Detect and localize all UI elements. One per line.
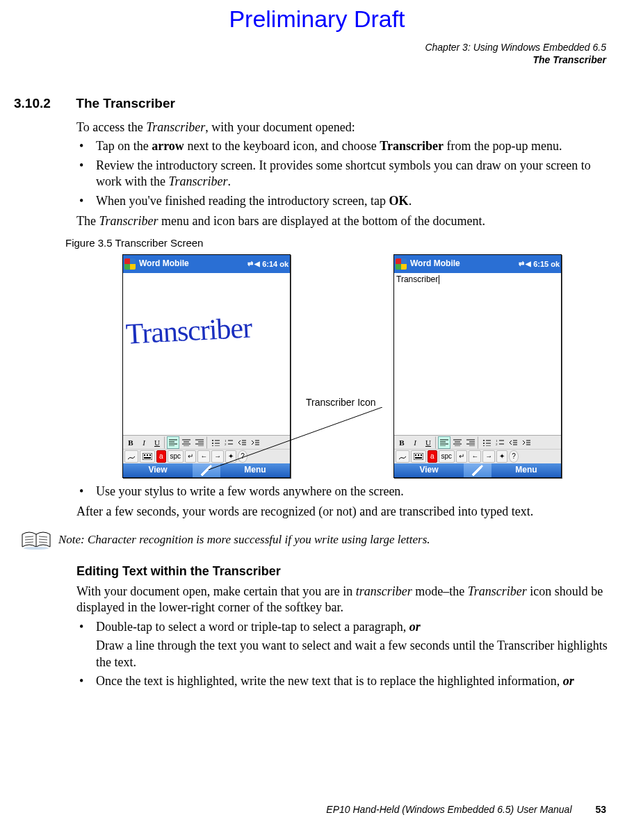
letter-shapes-button[interactable]: a	[156, 450, 166, 463]
arrow-right-button[interactable]: →	[211, 450, 224, 463]
softkey-bar: View Menu	[123, 463, 290, 477]
svg-point-67	[24, 547, 49, 550]
arrow-left-button[interactable]: ←	[469, 450, 481, 463]
header-section-title: The Transcriber	[425, 54, 606, 67]
underline-button[interactable]: U	[422, 436, 434, 449]
svg-point-45	[483, 440, 485, 441]
outdent-button[interactable]	[507, 436, 519, 449]
arrow-left-button[interactable]: ←	[197, 450, 210, 463]
italic-button[interactable]: I	[409, 436, 421, 449]
bold-button[interactable]: B	[124, 436, 137, 449]
after-fig-paragraph: After a few seconds, your words are reco…	[76, 504, 615, 520]
svg-rect-61	[414, 453, 423, 460]
enter-button[interactable]: ↵	[185, 450, 196, 463]
svg-rect-28	[143, 453, 152, 460]
callout-label: Transcriber Icon	[306, 396, 376, 409]
svg-text:2: 2	[496, 443, 498, 446]
correction-button[interactable]: ✦	[496, 450, 507, 463]
numbered-list-button[interactable]: 12	[222, 436, 235, 449]
handwriting-mode-button[interactable]	[124, 450, 138, 463]
softkey-bar: View Menu	[394, 463, 561, 477]
figure-area: Word Mobile ⇄ ◀ 6:14 ok Transcriber B I …	[76, 254, 615, 481]
transcriber-toolbar: a spc ↵ ← → ✦ ?	[123, 449, 290, 463]
text-bold: OK	[389, 194, 409, 208]
document-canvas[interactable]: Transcriber	[123, 273, 290, 436]
bold-button[interactable]: B	[396, 436, 408, 449]
svg-rect-30	[147, 454, 148, 456]
align-right-button[interactable]	[464, 436, 477, 449]
svg-rect-63	[418, 454, 419, 456]
outdent-button[interactable]	[236, 436, 248, 449]
text: next to the keyboard icon, and choose	[184, 139, 380, 153]
section-number: 3.10.2	[14, 96, 72, 111]
align-center-button[interactable]	[451, 436, 464, 449]
text: menu and icon bars are displayed at the …	[158, 214, 485, 228]
text: The	[76, 214, 99, 228]
letter-shapes-button[interactable]: a	[428, 450, 437, 463]
format-toolbar: B I U	[123, 435, 290, 450]
enter-button[interactable]: ↵	[456, 450, 467, 463]
transcriber-icon[interactable]	[464, 463, 491, 477]
bullet-item: When you've finished reading the introdu…	[76, 193, 615, 209]
titlebar-title: Word Mobile	[139, 258, 245, 270]
correction-button[interactable]: ✦	[225, 450, 236, 463]
separator	[478, 436, 480, 449]
menu-softkey[interactable]: Menu	[220, 465, 290, 476]
text-italic: Transcriber	[99, 214, 158, 228]
text: .	[409, 194, 412, 208]
text-italic: Transcriber	[168, 174, 227, 188]
svg-point-49	[483, 445, 485, 446]
space-button[interactable]: spc	[439, 450, 455, 463]
separator	[164, 436, 166, 449]
keyboard-button[interactable]	[140, 450, 155, 463]
help-button[interactable]: ?	[238, 450, 247, 463]
page-footer: EP10 Hand-Held (Windows Embedded 6.5) Us…	[326, 804, 606, 815]
help-button[interactable]: ?	[509, 450, 519, 463]
text: When you've finished reading the introdu…	[96, 194, 389, 208]
section-heading: 3.10.2 The Transcriber	[14, 96, 175, 111]
align-left-button[interactable]	[167, 436, 179, 449]
arrow-right-button[interactable]: →	[482, 450, 495, 463]
view-softkey[interactable]: View	[394, 465, 464, 476]
body-content: To access the Transcriber, with your doc…	[76, 117, 615, 693]
format-toolbar: B I U	[394, 435, 561, 450]
indent-button[interactable]	[520, 436, 533, 449]
align-right-button[interactable]	[193, 436, 206, 449]
align-left-button[interactable]	[438, 436, 450, 449]
italic-button[interactable]: I	[138, 436, 150, 449]
text: , with your document opened:	[205, 120, 355, 134]
text-italic: Transcriber	[468, 584, 527, 598]
svg-rect-62	[415, 454, 416, 456]
book-icon	[21, 530, 51, 551]
indent-button[interactable]	[249, 436, 261, 449]
text: Double-tap to select a word or triple-ta…	[96, 620, 409, 634]
svg-point-12	[212, 440, 213, 441]
transcriber-icon[interactable]	[193, 463, 220, 477]
bullet-sub-paragraph: Draw a line through the text you want to…	[96, 638, 615, 670]
separator	[435, 436, 437, 449]
handwriting-mode-button[interactable]	[396, 450, 409, 463]
ok-button[interactable]: ok	[551, 259, 560, 269]
menu-softkey[interactable]: Menu	[491, 465, 561, 476]
space-button[interactable]: spc	[168, 450, 184, 463]
text: Once the text is highlighted, write the …	[96, 674, 563, 688]
bulleted-list-button[interactable]	[480, 436, 493, 449]
text-bold: arrow	[152, 139, 184, 153]
post-bullet-paragraph: The Transcriber menu and icon bars are d…	[76, 213, 615, 229]
text-bold-italic: or	[563, 674, 574, 688]
note-text: Note: Character recognition is more succ…	[58, 530, 430, 547]
numbered-list-button[interactable]: 12	[494, 436, 506, 449]
document-canvas[interactable]: Transcriber	[394, 273, 561, 436]
keyboard-button[interactable]	[411, 450, 426, 463]
edit-paragraph: With your document open, make certain th…	[76, 584, 615, 616]
titlebar: Word Mobile ⇄ ◀ 6:15 ok	[394, 255, 561, 273]
bullet-item: Once the text is highlighted, write the …	[76, 673, 615, 689]
bullet-item: Use your stylus to write a few words any…	[76, 484, 615, 500]
bulleted-list-button[interactable]	[209, 436, 222, 449]
text: .	[228, 174, 231, 188]
view-softkey[interactable]: View	[123, 465, 193, 476]
sound-icon: ◀	[526, 259, 531, 268]
ok-button[interactable]: ok	[279, 259, 288, 269]
underline-button[interactable]: U	[151, 436, 163, 449]
align-center-button[interactable]	[180, 436, 193, 449]
